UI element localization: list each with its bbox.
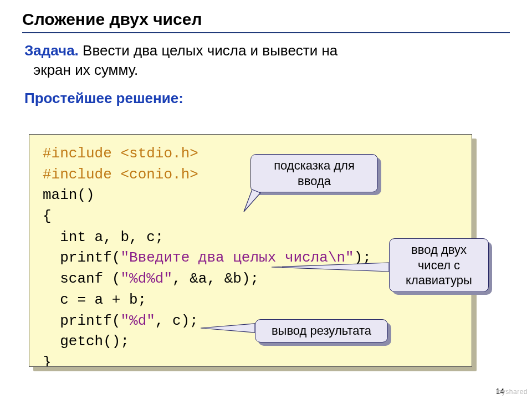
- task-lead: Задача.: [24, 42, 79, 59]
- code-l6a: printf(: [43, 249, 120, 266]
- code-l10: getch();: [43, 333, 129, 350]
- code-l6b: "Введите два целых числа\n": [120, 249, 354, 266]
- slide-title: Сложение двух чисел: [22, 10, 510, 33]
- code-l9b: "%d": [120, 313, 155, 329]
- task-line2: экран их сумму.: [24, 60, 510, 80]
- code-l9c: , c);: [155, 313, 198, 329]
- code-l1b: <stdio.h>: [120, 145, 198, 162]
- task-paragraph: Задача. Ввести два целых числа и вывести…: [22, 41, 510, 80]
- task-line1: Ввести два целых числа и вывести на: [79, 42, 337, 59]
- code-l7a: scanf (: [43, 270, 120, 287]
- code-l6c: );: [354, 249, 371, 266]
- code-l2a: #include: [43, 166, 120, 183]
- code-l4: {: [43, 208, 52, 224]
- code-l9a: printf(: [43, 313, 120, 329]
- code-l1a: #include: [43, 145, 120, 162]
- solution-subhead: Простейшее решение:: [22, 90, 510, 107]
- callout-input: ввод двух чисел с клавиатуры: [389, 238, 489, 292]
- callout-output: вывод результата: [255, 319, 388, 342]
- code-l3: main(): [43, 187, 95, 203]
- code-l7b: "%d%d": [120, 270, 172, 287]
- code-l11: }: [43, 354, 52, 367]
- watermark: myshared: [496, 388, 528, 396]
- code-l8: c = a + b;: [43, 291, 146, 308]
- callout-hint: подсказка для ввода: [250, 154, 378, 192]
- code-l7c: , &a, &b);: [172, 270, 259, 287]
- code-l5: int a, b, c;: [43, 229, 163, 245]
- code-l2b: <conio.h>: [120, 166, 198, 183]
